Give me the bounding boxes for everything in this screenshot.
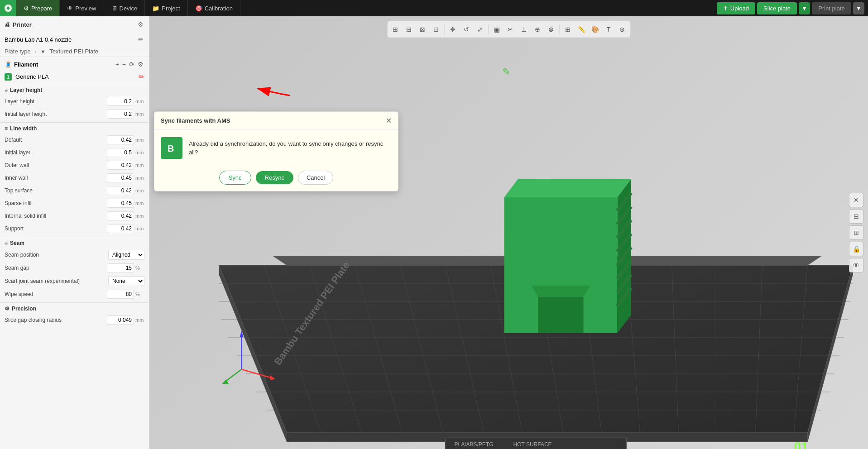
- layer-height-input[interactable]: [107, 97, 134, 106]
- internal-solid-infill-input[interactable]: [107, 211, 134, 220]
- wipe-speed-input[interactable]: [107, 290, 134, 299]
- initial-layer-height-value-group: mm: [107, 110, 144, 119]
- scarf-joint-select[interactable]: None: [108, 276, 144, 286]
- svg-marker-31: [538, 297, 584, 333]
- right-toolbar-layout[interactable]: ⊞: [849, 225, 863, 240]
- outer-wall-input[interactable]: [107, 161, 134, 170]
- initial-layer-lw-input[interactable]: [107, 148, 134, 157]
- default-row: Default mm: [0, 134, 149, 146]
- filament-number: 1: [5, 73, 12, 81]
- print-button[interactable]: Print plate: [812, 2, 851, 14]
- remove-filament-button[interactable]: −: [121, 60, 127, 69]
- tab-project[interactable]: 📁 Project: [145, 0, 187, 16]
- plate-type-label: Plate type: [5, 48, 31, 55]
- initial-layer-lw-label: Initial layer: [5, 149, 107, 156]
- plate-type-row: Plate type · ▼ Textured PEI Plate: [0, 46, 149, 57]
- inner-wall-row: Inner wall mm: [0, 172, 149, 184]
- support-label: Support: [5, 225, 107, 232]
- layer-height-group: ≡ Layer height Layer height mm Initial l…: [0, 83, 149, 121]
- seam-gap-input[interactable]: [107, 263, 134, 272]
- project-icon: 📁: [152, 5, 159, 12]
- default-input[interactable]: [107, 135, 134, 144]
- svg-text:01: 01: [794, 439, 808, 449]
- dialog-close-button[interactable]: ✕: [386, 116, 392, 125]
- toolbar-support-btn[interactable]: ⊥: [518, 23, 530, 36]
- toolbar-cut-btn[interactable]: ✂: [504, 23, 517, 36]
- tab-prepare[interactable]: ⚙ Prepare: [16, 0, 60, 16]
- slice-dropdown-arrow[interactable]: ▼: [799, 2, 810, 14]
- toolbar-assemble-btn[interactable]: ⊞: [561, 23, 574, 36]
- upload-button[interactable]: ⬆ Upload: [717, 2, 755, 14]
- printer-icon: 🖨: [5, 21, 10, 28]
- toolbar-flat-btn[interactable]: ▣: [490, 23, 503, 36]
- toolbar-fdm-btn[interactable]: ⊗: [545, 23, 557, 36]
- seam-position-label: Seam position: [5, 252, 108, 258]
- toolbar-grid-btn[interactable]: ⊟: [403, 23, 415, 36]
- seam-position-row: Seam position Aligned Nearest Random: [0, 248, 149, 262]
- sparse-infill-input[interactable]: [107, 199, 134, 208]
- toolbar-measure-btn[interactable]: 📏: [575, 23, 588, 36]
- default-label: Default: [5, 137, 107, 143]
- toolbar-layer-btn[interactable]: ⊡: [430, 23, 442, 36]
- internal-solid-infill-label: Internal solid infill: [5, 213, 107, 219]
- filament-section-header: 🧵 Filament + − ⟳ ⚙: [0, 57, 149, 71]
- toolbar-arrange-btn[interactable]: ⊠: [416, 23, 429, 36]
- print-dropdown-arrow[interactable]: ▼: [853, 2, 864, 14]
- tab-preview[interactable]: 👁 Preview: [60, 0, 104, 16]
- top-surface-label: Top surface: [5, 187, 107, 194]
- toolbar-rotate-btn[interactable]: ↺: [460, 23, 473, 36]
- toolbar-more-btn[interactable]: ⊛: [616, 23, 628, 36]
- 3d-viewport[interactable]: Bambu Textured PEI Plate: [149, 16, 868, 449]
- scarf-joint-row: Scarf joint seam (experimental) None: [0, 274, 149, 288]
- slice-gap-row: Slice gap closing radius mm: [0, 314, 149, 326]
- outer-wall-row: Outer wall mm: [0, 159, 149, 172]
- seam-position-select[interactable]: Aligned Nearest Random: [108, 250, 144, 260]
- dialog-title: Sync filaments with AMS: [161, 117, 230, 124]
- layer-height-unit: mm: [135, 99, 144, 104]
- slice-gap-label: Slice gap closing radius: [5, 317, 107, 323]
- filament-item: 1 Generic PLA ✏: [0, 71, 149, 83]
- right-toolbar-close[interactable]: ✕: [849, 193, 863, 207]
- right-toolbar-eye[interactable]: 👁: [849, 258, 863, 272]
- support-input[interactable]: [107, 224, 134, 233]
- preview-icon: 👁: [67, 5, 73, 12]
- right-toolbar-lock[interactable]: 🔒: [849, 242, 863, 256]
- toolbar-color-btn[interactable]: 🎨: [589, 23, 601, 36]
- topbar: ⚙ Prepare 👁 Preview 🖥 Device 📁 Project 🎯…: [0, 0, 868, 16]
- slice-button[interactable]: Slice plate: [757, 2, 797, 14]
- sync-filaments-dialog: Sync filaments with AMS ✕ B Already did …: [154, 111, 398, 191]
- slice-gap-input[interactable]: [107, 315, 134, 325]
- svg-text:✎: ✎: [502, 66, 510, 77]
- svg-marker-29: [504, 179, 631, 197]
- layer-height-value-group: mm: [107, 97, 144, 106]
- initial-layer-lw-row: Initial layer mm: [0, 146, 149, 159]
- toolbar-move-btn[interactable]: ✥: [446, 23, 459, 36]
- toolbar-seam-btn[interactable]: ⊕: [531, 23, 544, 36]
- line-width-group: ≡ Line width Default mm Initial layer mm…: [0, 121, 149, 236]
- cancel-button[interactable]: Cancel: [298, 171, 333, 185]
- sync-filament-button[interactable]: ⟳: [128, 60, 135, 69]
- top-surface-input[interactable]: [107, 186, 134, 195]
- resync-button[interactable]: Resync: [256, 171, 293, 184]
- seam-gap-row: Seam gap %: [0, 262, 149, 274]
- right-toolbar-view[interactable]: ⊟: [849, 209, 863, 224]
- inner-wall-input[interactable]: [107, 173, 134, 182]
- sync-button[interactable]: Sync: [219, 171, 251, 185]
- dialog-message: Already did a synchronization, do you wa…: [189, 139, 392, 157]
- internal-solid-infill-row: Internal solid infill mm: [0, 210, 149, 222]
- printer-settings-button[interactable]: ⚙: [137, 20, 144, 29]
- tab-calibration[interactable]: 🎯 Calibration: [188, 0, 240, 16]
- top-surface-unit: mm: [135, 188, 144, 193]
- toolbar-orient-btn[interactable]: ⊞: [389, 23, 402, 36]
- toolbar-divider-1: [444, 24, 445, 35]
- add-filament-button[interactable]: +: [115, 60, 120, 69]
- 3d-scene: Bambu Textured PEI Plate: [149, 16, 868, 449]
- initial-layer-height-input[interactable]: [107, 110, 134, 119]
- toolbar-text-btn[interactable]: T: [602, 23, 615, 36]
- filament-name: Generic PLA: [15, 73, 49, 80]
- toolbar-scale-btn[interactable]: ⤢: [474, 23, 486, 36]
- filament-settings-button[interactable]: ⚙: [137, 60, 144, 69]
- tab-device[interactable]: 🖥 Device: [104, 0, 145, 16]
- default-unit: mm: [135, 137, 144, 143]
- edit-printer-button[interactable]: ✏: [137, 35, 144, 44]
